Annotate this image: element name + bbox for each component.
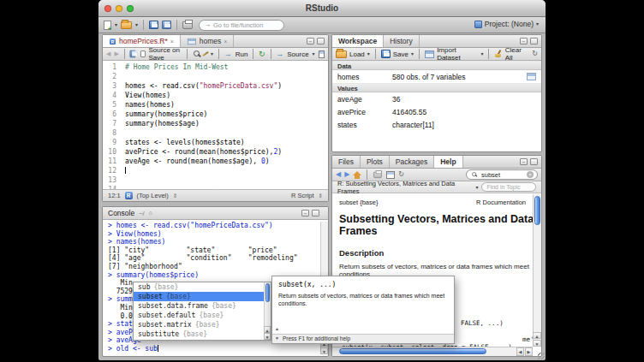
tooltip-signature: subset(x, ...): [272, 276, 454, 288]
help-search-input[interactable]: subset ×: [466, 169, 538, 180]
maximize-help-button[interactable]: [530, 158, 538, 165]
new-file-button[interactable]: +: [104, 20, 111, 31]
goto-file-input[interactable]: → Go to file/function: [199, 20, 284, 31]
help-scroll-up-icon[interactable]: ▲: [533, 332, 541, 339]
source-arrow-icon[interactable]: →: [276, 50, 283, 58]
completion-scroll-up-icon[interactable]: ▲: [264, 326, 271, 333]
completion-item-subset[interactable]: subset{base}: [134, 292, 271, 301]
minimize-workspace-button[interactable]: −: [520, 38, 528, 45]
search-icon[interactable]: [193, 50, 199, 58]
view-data-icon[interactable]: [527, 73, 536, 80]
minimize-pane-button[interactable]: −: [307, 38, 314, 45]
close-tab-icon[interactable]: ×: [170, 39, 174, 45]
help-refresh-icon[interactable]: ↻: [398, 171, 404, 178]
maximize-workspace-button[interactable]: [530, 38, 538, 45]
help-home-icon[interactable]: [353, 171, 361, 175]
help-back-icon[interactable]: ◀: [336, 171, 341, 178]
save-button[interactable]: Save▾: [381, 50, 414, 58]
tab-files[interactable]: Files: [332, 156, 361, 168]
minimize-console-button[interactable]: −: [301, 210, 309, 217]
help-horizontal-scrollbar[interactable]: ◀ ▶: [332, 347, 533, 356]
source-on-save-label: Source on Save: [149, 46, 182, 62]
project-menu-button[interactable]: Project: (None) ▾: [474, 20, 539, 28]
clear-all-button[interactable]: Clear All: [494, 46, 528, 62]
zoom-window-button[interactable]: [127, 5, 134, 12]
completion-scroll-down-icon[interactable]: ▼: [264, 333, 271, 340]
import-dataset-button[interactable]: Import Dataset▾: [425, 46, 484, 62]
help-scroll-left-icon[interactable]: ◀: [516, 347, 524, 356]
completion-item-subset.data.frame[interactable]: subset.data.frame{base}: [134, 301, 271, 311]
console-text: [4] "age" "condition" "remodeling": [108, 254, 298, 262]
main-toolbar: + ▾ ▾ → Go to file/function Project: (No…: [98, 17, 546, 33]
forward-icon[interactable]: ▶: [114, 50, 118, 57]
completion-scroll-thumb[interactable]: [265, 283, 270, 302]
code-tools-caret-icon[interactable]: ▾: [211, 51, 213, 56]
scope-indicator[interactable]: (Top Level): [137, 192, 169, 199]
code-line: states <- levels(homes$state): [125, 138, 328, 147]
save-button[interactable]: [149, 20, 158, 31]
breadcrumb[interactable]: R: Subsetting Vectors, Matrices and Data…: [337, 180, 472, 195]
editor-tab-homes[interactable]: homes×: [181, 35, 235, 47]
back-icon[interactable]: ◀: [106, 50, 110, 57]
workspace-row-avePrice[interactable]: avePrice416405.55: [332, 105, 541, 118]
resize-grip[interactable]: [538, 353, 545, 359]
code-line: [125, 166, 328, 175]
title-bar[interactable]: RStudio: [98, 0, 546, 17]
find-in-topic-input[interactable]: Find in Topic: [481, 182, 536, 192]
tab-packages[interactable]: Packages: [390, 156, 434, 168]
tab-history[interactable]: History: [384, 35, 419, 47]
completion-item-sub[interactable]: sub{base}: [134, 282, 271, 292]
save-all-button[interactable]: [162, 20, 171, 31]
completion-item-subset.default[interactable]: subset.default{base}: [134, 311, 271, 320]
tab-plots[interactable]: Plots: [361, 156, 390, 168]
help-print-icon[interactable]: [374, 171, 383, 177]
maximize-console-button[interactable]: [312, 210, 319, 217]
minimize-window-button[interactable]: [116, 5, 122, 12]
help-vertical-scrollbar[interactable]: ▲ ▼: [533, 194, 541, 347]
code-segment: ): [277, 148, 282, 156]
vertical-scroll-thumb[interactable]: [534, 196, 540, 225]
ws-caret-icon: ▾: [480, 51, 483, 56]
completion-item-subset.matrix[interactable]: subset.matrix{base}: [134, 320, 271, 329]
workspace-row-homes[interactable]: homes580 obs. of 7 variables: [332, 70, 541, 83]
close-tab-icon[interactable]: ×: [224, 39, 227, 45]
home-directory-icon[interactable]: ⌂: [149, 210, 152, 217]
minimize-help-button[interactable]: −: [520, 158, 528, 165]
doc-type[interactable]: R Script: [291, 192, 314, 199]
source-caret-icon[interactable]: ▾: [313, 51, 315, 56]
print-button[interactable]: [182, 20, 193, 31]
clear-search-icon[interactable]: ×: [527, 171, 534, 178]
save-file-icon[interactable]: [130, 50, 136, 58]
help-popout-icon[interactable]: [386, 171, 395, 179]
maximize-pane-button[interactable]: [317, 38, 325, 45]
tab-help[interactable]: Help: [434, 156, 462, 168]
completion-scrollbar[interactable]: ▲▼: [264, 282, 271, 340]
rerun-icon[interactable]: ↻: [259, 50, 265, 58]
tab-workspace[interactable]: Workspace: [332, 35, 384, 47]
workspace-refresh-icon[interactable]: ↻: [532, 50, 538, 57]
save-icon: [381, 50, 391, 58]
completion-item-substitute[interactable]: substitute{base}: [134, 329, 271, 339]
console-text: [7] "neighborhood": [108, 263, 182, 270]
horizontal-scroll-thumb[interactable]: [339, 348, 486, 354]
source-on-save-checkbox[interactable]: [140, 50, 146, 57]
show-in-new-window-icon[interactable]: [319, 50, 325, 58]
run-icon[interactable]: →: [224, 50, 232, 58]
load-button[interactable]: Load▾: [336, 50, 370, 58]
source-button[interactable]: Source: [287, 50, 308, 58]
help-scroll-down-icon[interactable]: ▼: [533, 340, 541, 347]
editor-tab-homePricesR[interactable]: RhomePrices.R*×: [103, 35, 181, 47]
open-file-button[interactable]: [121, 20, 132, 31]
workspace-row-aveAge[interactable]: aveAge36: [332, 92, 541, 105]
scroll-down-icon[interactable]: ▼: [320, 347, 328, 354]
help-forward-icon[interactable]: ▶: [344, 171, 349, 178]
workspace-row-states[interactable]: statescharacter[11]: [332, 118, 541, 131]
new-file-caret-icon[interactable]: ▾: [115, 22, 117, 27]
run-button[interactable]: Run: [236, 50, 248, 58]
help-scroll-right-icon[interactable]: ▶: [525, 347, 533, 356]
code-tools-icon[interactable]: [201, 50, 207, 58]
completion-item-substr[interactable]: substr{base}: [134, 339, 271, 341]
code-editor[interactable]: 1234567891011121314 # Home Prices In Mid…: [103, 61, 328, 189]
open-file-caret-icon[interactable]: ▾: [135, 22, 138, 27]
close-window-button[interactable]: [104, 5, 111, 12]
